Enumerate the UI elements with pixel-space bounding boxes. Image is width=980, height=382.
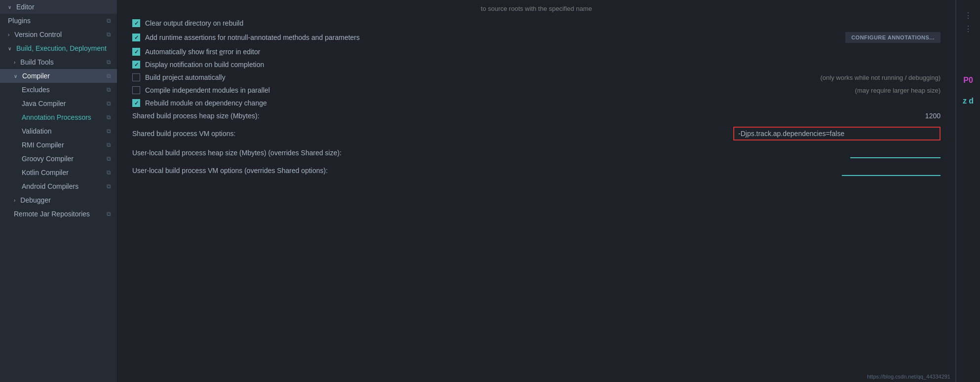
right-text-pink: P0 [963,76,973,85]
chevron-icon: › [8,32,9,37]
sidebar-item-version-control[interactable]: › Version Control ⧉ [0,28,117,41]
build-auto-checkbox[interactable] [132,73,140,81]
compile-parallel-hint: (may require larger heap size) [855,87,941,94]
build-auto-row: Build project automatically (only works … [132,73,941,81]
copy-icon: ⧉ [107,72,111,79]
add-runtime-row: ✓ Add runtime assertions for notnull-ann… [132,32,941,43]
compile-parallel-label: Compile independent modules in parallel [145,86,270,94]
sidebar-item-validation[interactable]: Validation ⧉ [0,124,117,138]
user-heap-row: User-local build process heap size (Mbyt… [132,147,941,158]
sidebar-item-label: Groovy Compiler [22,155,74,163]
vm-options-input[interactable] [733,127,941,140]
clear-output-checkbox[interactable]: ✓ [132,19,140,27]
add-runtime-label: Add runtime assertions for notnull-annot… [145,34,360,41]
vm-options-row: Shared build process VM options: [132,127,941,140]
sidebar-item-android-compilers[interactable]: Android Compilers ⧉ [0,179,117,193]
sidebar-item-label: Kotlin Compiler [22,169,69,176]
sidebar-item-rmi-compiler[interactable]: RMI Compiler ⧉ [0,138,117,152]
sidebar-item-label: RMI Compiler [22,141,64,149]
configure-annotations-button[interactable]: CONFIGURE ANNOTATIONS... [845,32,941,43]
sidebar-item-label: Excludes [22,86,50,94]
checkmark-icon: ✓ [134,49,139,55]
sidebar-item-kotlin-compiler[interactable]: Kotlin Compiler ⧉ [0,166,117,179]
copy-icon: ⧉ [107,169,111,176]
sidebar-item-java-compiler[interactable]: Java Compiler ⧉ [0,97,117,110]
sidebar-item-build-tools[interactable]: › Build Tools ⧉ [0,55,117,69]
sidebar-item-remote-jar[interactable]: Remote Jar Repositories ⧉ [0,207,117,221]
sidebar-item-annotation-processors[interactable]: Annotation Processors ⧉ [0,110,117,124]
user-vm-label: User-local build process VM options (ove… [132,167,328,174]
right-text-teal: z d [963,97,974,105]
right-panel: ⋮ ⋮ P0 z d [955,0,980,382]
display-notification-row: ✓ Display notification on build completi… [132,61,941,69]
checkmark-icon: ✓ [134,20,139,27]
copy-icon: ⧉ [107,31,111,38]
rebuild-module-row: ✓ Rebuild module on dependency change [132,99,941,107]
sidebar-item-editor[interactable]: ∨ Editor [0,0,117,14]
sidebar-item-excludes[interactable]: Excludes ⧉ [0,83,117,97]
sidebar-item-label: Debugger [20,196,51,204]
user-vm-row: User-local build process VM options (ove… [132,165,941,176]
copy-icon: ⧉ [107,100,111,107]
copy-icon: ⧉ [107,155,111,162]
checkmark-icon: ✓ [134,62,139,68]
sidebar: ∨ Editor Plugins ⧉ › Version Control ⧉ ∨… [0,0,117,382]
status-bar: https://blog.csdn.net/qq_44334291 [117,371,955,382]
sidebar-item-compiler[interactable]: ∨ Compiler ⧉ [0,69,117,83]
copy-icon: ⧉ [107,141,111,148]
sidebar-item-label: Build, Execution, Deployment [16,44,107,52]
chevron-icon: ∨ [8,46,11,51]
copy-icon: ⧉ [107,128,111,135]
dots-icon: ⋮ [962,10,974,21]
clear-output-label: Clear output directory on rebuild [145,19,243,27]
chevron-icon: ∨ [14,73,17,79]
copy-icon: ⧉ [107,210,111,217]
copy-icon: ⧉ [107,17,111,24]
rebuild-module-label: Rebuild module on dependency change [145,99,267,107]
sidebar-item-label: Plugins [8,17,31,25]
main-content: to source roots with the specified name … [117,0,955,382]
copy-icon: ⧉ [107,114,111,121]
sidebar-item-label: Compiler [22,72,50,80]
user-heap-label: User-local build process heap size (Mbyt… [132,149,341,157]
clear-output-row: ✓ Clear output directory on rebuild [132,19,941,27]
add-runtime-checkbox[interactable]: ✓ [132,34,140,41]
sidebar-item-label: Version Control [14,31,62,38]
sidebar-item-build-execution[interactable]: ∨ Build, Execution, Deployment [0,41,117,55]
compile-parallel-row: Compile independent modules in parallel … [132,86,941,94]
top-description: to source roots with the specified name [132,5,941,12]
build-auto-label: Build project automatically [145,73,226,81]
copy-icon: ⧉ [107,183,111,190]
display-notification-label: Display notification on build completion [145,61,264,69]
rebuild-module-checkbox[interactable]: ✓ [132,99,140,107]
display-notification-checkbox[interactable]: ✓ [132,61,140,69]
copy-icon: ⧉ [107,59,111,66]
auto-show-label: Automatically show first error in editor [145,48,260,56]
sidebar-item-groovy-compiler[interactable]: Groovy Compiler ⧉ [0,152,117,166]
dots-icon-2: ⋮ [962,23,974,35]
sidebar-item-label: Remote Jar Repositories [14,210,90,218]
checkmark-icon: ✓ [134,100,139,106]
checkmark-icon: ✓ [134,35,139,41]
user-heap-input[interactable] [850,147,941,158]
user-vm-input[interactable] [842,165,941,176]
sidebar-item-debugger[interactable]: › Debugger [0,193,117,207]
sidebar-item-label: Build Tools [20,58,53,66]
sidebar-item-label: Validation [22,127,51,135]
chevron-icon: › [14,198,15,203]
compile-parallel-checkbox[interactable] [132,86,140,94]
sidebar-item-label: Annotation Processors [22,113,91,121]
chevron-icon: ∨ [8,4,11,10]
auto-show-row: ✓ Automatically show first error in edit… [132,48,941,56]
status-url: https://blog.csdn.net/qq_44334291 [867,374,950,380]
auto-show-checkbox[interactable]: ✓ [132,48,140,56]
heap-size-label: Shared build process heap size (Mbytes): [132,112,260,120]
heap-size-row: Shared build process heap size (Mbytes):… [132,112,941,120]
sidebar-item-label: Java Compiler [22,100,66,107]
vm-options-label: Shared build process VM options: [132,130,235,138]
chevron-icon: › [14,60,15,65]
sidebar-item-plugins[interactable]: Plugins ⧉ [0,14,117,28]
build-auto-hint: (only works while not running / debuggin… [820,74,941,81]
heap-size-value: 1200 [901,112,941,120]
sidebar-item-label: Editor [16,3,35,11]
